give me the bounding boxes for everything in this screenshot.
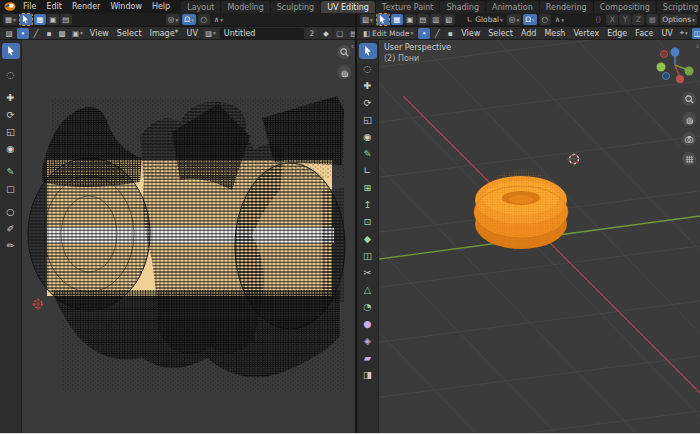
uv-vertex-select-button[interactable]: • bbox=[17, 28, 29, 39]
select-subtract-button[interactable]: ▤ bbox=[60, 14, 72, 25]
tab-scripting[interactable]: Scripting bbox=[657, 1, 700, 13]
vp-menu-vertex[interactable]: Vertex bbox=[570, 29, 602, 38]
vp-move-tool-button[interactable]: ✚ bbox=[359, 77, 377, 93]
uv-cursor-tool-button[interactable]: ◌ bbox=[2, 66, 20, 82]
vp-menu-view[interactable]: View bbox=[458, 29, 483, 38]
vp-extrude-tool-button[interactable]: ↥ bbox=[359, 196, 377, 212]
face-select-button[interactable]: ▪ bbox=[444, 28, 456, 39]
uv-falloff-dropdown[interactable]: ∧▾ bbox=[212, 14, 225, 25]
vp-menu-face[interactable]: Face bbox=[632, 29, 656, 38]
uv-move-tool-button[interactable]: ✚ bbox=[2, 89, 20, 105]
uv-proportional-edit-toggle[interactable]: ○ bbox=[198, 14, 210, 25]
new-image-button[interactable]: ▢ bbox=[334, 28, 346, 39]
menu-help[interactable]: Help bbox=[147, 0, 175, 13]
vp-cursor-tool-button[interactable]: ◌ bbox=[359, 60, 377, 76]
tab-animation[interactable]: Animation bbox=[486, 1, 539, 13]
mirror-x-button[interactable]: X bbox=[606, 14, 618, 25]
vertex-select-button[interactable]: • bbox=[418, 28, 430, 39]
options-dropdown[interactable]: Options▾ bbox=[660, 14, 697, 25]
tab-shading[interactable]: Shading bbox=[440, 1, 485, 13]
vp-scale-tool-button[interactable]: ◱ bbox=[359, 111, 377, 127]
vp-falloff-dropdown[interactable]: ∧▾ bbox=[553, 14, 566, 25]
image-name-field[interactable]: Untitled bbox=[220, 28, 304, 39]
pan-hand-icon[interactable] bbox=[337, 65, 351, 79]
uv-annotate-tool-button[interactable]: ✎ bbox=[2, 163, 20, 179]
uv-pivot-dropdown[interactable]: ◎▾ bbox=[166, 14, 180, 25]
uv-canvas[interactable] bbox=[22, 40, 355, 434]
vp-proportional-edit-toggle[interactable]: ○ bbox=[539, 14, 551, 25]
show-gizmo-dropdown[interactable]: ⌖▾ bbox=[678, 28, 690, 39]
tab-layout[interactable]: Layout bbox=[181, 1, 220, 13]
vp-smooth-tool-button[interactable]: ● bbox=[359, 315, 377, 331]
uv-island-select-button[interactable]: ▩ bbox=[56, 28, 68, 39]
vp-rip-region-tool-button[interactable]: ◨ bbox=[359, 366, 377, 382]
uv-menu-select[interactable]: Select bbox=[114, 29, 145, 38]
vp-shrink-fatten-tool-button[interactable]: ◈ bbox=[359, 332, 377, 348]
uv-menu-image[interactable]: Image* bbox=[147, 29, 182, 38]
uv-pinch-brush-tool-button[interactable]: ✏ bbox=[2, 237, 20, 253]
editor-divider[interactable] bbox=[355, 13, 357, 434]
overlays-dropdown[interactable]: ◫▾ bbox=[692, 28, 700, 39]
select-extend-button[interactable]: ▣ bbox=[404, 14, 416, 25]
uv-face-select-button[interactable]: ▪ bbox=[43, 28, 55, 39]
tab-sculpting[interactable]: Sculpting bbox=[271, 1, 320, 13]
uv-tool-dropdown[interactable]: ▦▾ bbox=[3, 14, 18, 25]
menu-render[interactable]: Render bbox=[67, 0, 105, 13]
uv-transform-tool-button[interactable]: ◉ bbox=[2, 140, 20, 156]
tab-texture-paint[interactable]: Texture Paint bbox=[376, 1, 440, 13]
uv-sticky-select-dropdown[interactable]: ▣▾ bbox=[70, 28, 85, 39]
vp-transform-tool-button[interactable]: ◉ bbox=[359, 128, 377, 144]
mirror-y-button[interactable]: Y bbox=[619, 14, 631, 25]
vp-spin-tool-button[interactable]: ◔ bbox=[359, 298, 377, 314]
vp-rotate-tool-button[interactable]: ⟳ bbox=[359, 94, 377, 110]
pan-hand-icon[interactable] bbox=[682, 112, 696, 126]
vp-bevel-tool-button[interactable]: ◆ bbox=[359, 230, 377, 246]
mode-dropdown[interactable]: ◧ Edit Mode ▾ bbox=[360, 28, 416, 39]
vp-active-tool-button[interactable] bbox=[377, 14, 389, 25]
mirror-z-button[interactable]: Z bbox=[632, 14, 644, 25]
menu-edit[interactable]: Edit bbox=[41, 0, 67, 13]
zoom-icon[interactable] bbox=[337, 45, 351, 59]
vp-annotate-tool-button[interactable]: ✎ bbox=[359, 145, 377, 161]
zoom-icon[interactable] bbox=[682, 92, 696, 106]
vp-select-box-tool-button[interactable] bbox=[359, 43, 377, 59]
uv-edge-select-button[interactable]: ╱ bbox=[30, 28, 42, 39]
vp-menu-select[interactable]: Select bbox=[485, 29, 516, 38]
uv-menu-uv[interactable]: UV bbox=[184, 29, 201, 38]
tab-modeling[interactable]: Modeling bbox=[221, 1, 269, 13]
uv-active-tool-button[interactable] bbox=[20, 14, 32, 25]
vp-menu-edge[interactable]: Edge bbox=[604, 29, 630, 38]
menu-window[interactable]: Window bbox=[105, 0, 147, 13]
vp-measure-tool-button[interactable]: ∟ bbox=[359, 162, 377, 178]
vp-menu-add[interactable]: Add bbox=[518, 29, 540, 38]
viewport-canvas[interactable] bbox=[357, 40, 700, 434]
vp-pivot-dropdown[interactable]: ◎▾ bbox=[507, 14, 521, 25]
vp-add-cube-tool-button[interactable]: ⊞ bbox=[359, 179, 377, 195]
absolute-grid-snap-toggle[interactable]: ▦ bbox=[646, 14, 658, 25]
vp-poly-build-tool-button[interactable]: △ bbox=[359, 281, 377, 297]
menu-file[interactable]: File bbox=[18, 0, 41, 13]
tab-uv-editing[interactable]: UV Editing bbox=[321, 1, 375, 13]
vp-inset-faces-tool-button[interactable]: ⊡ bbox=[359, 213, 377, 229]
vp-menu-uv[interactable]: UV bbox=[658, 29, 675, 38]
vp-knife-tool-button[interactable]: ✂ bbox=[359, 264, 377, 280]
uv-grab-tool-button[interactable]: ▢ bbox=[2, 180, 20, 196]
edge-select-button[interactable]: ╱ bbox=[431, 28, 443, 39]
select-extend-button[interactable]: ▣ bbox=[47, 14, 59, 25]
navigation-gizmo[interactable] bbox=[654, 44, 696, 86]
perspective-toggle-icon[interactable] bbox=[682, 152, 696, 166]
vp-tool-dropdown[interactable]: ▧▾ bbox=[360, 14, 375, 25]
vp-menu-mesh[interactable]: Mesh bbox=[541, 29, 568, 38]
uv-rotate-tool-button[interactable]: ⟳ bbox=[2, 106, 20, 122]
uv-sidebar-toggle[interactable]: ‹ bbox=[351, 42, 354, 51]
uv-select-box-tool-button[interactable] bbox=[2, 43, 20, 59]
camera-view-icon[interactable] bbox=[682, 132, 696, 146]
select-invert-button[interactable]: ▥ bbox=[430, 14, 442, 25]
vp-snap-toggle[interactable]: Ω▾ bbox=[523, 14, 537, 25]
editor-type-dropdown[interactable]: ▨ bbox=[3, 28, 15, 39]
fake-user-shield-icon[interactable]: ◆ bbox=[320, 28, 332, 39]
image-users-count[interactable]: 2 bbox=[306, 28, 318, 39]
image-browse-dropdown[interactable]: ▨▾ bbox=[203, 28, 218, 39]
uv-scale-tool-button[interactable]: ◱ bbox=[2, 123, 20, 139]
select-new-button[interactable]: ▦ bbox=[34, 14, 46, 25]
